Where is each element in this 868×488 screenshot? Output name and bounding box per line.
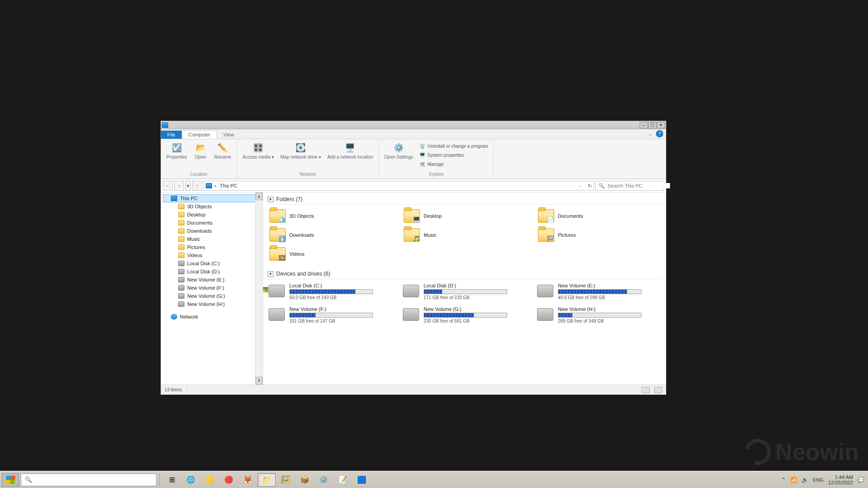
rename-button[interactable]: ✏️Rename	[212, 141, 233, 172]
drive-item[interactable]: New Volume (H:)289 GB free of 349 GB	[536, 305, 661, 324]
taskbar-app-firefox[interactable]: 🦊	[239, 473, 257, 487]
taskbar-app-notepad[interactable]: 📝	[334, 473, 352, 487]
tab-view[interactable]: View	[217, 131, 241, 139]
collapse-ribbon-icon[interactable]: ⌄	[648, 131, 652, 137]
details-view-button[interactable]	[642, 387, 650, 393]
search-box[interactable]: 🔍	[595, 181, 664, 191]
breadcrumb-dropdown-icon[interactable]: ⌄	[578, 183, 581, 188]
tree-item[interactable]: New Volume (E:)	[163, 276, 263, 284]
folder-item[interactable]: 🖼️Pictures	[536, 226, 661, 244]
system-properties-button[interactable]: 🖥️System properties	[417, 151, 490, 159]
properties-icon: ☑️	[171, 142, 183, 154]
tiles-view-button[interactable]	[654, 387, 662, 393]
ribbon-group-label: Location	[165, 172, 233, 178]
drive-item[interactable]: New Volume (F:)101 GB free of 147 GB	[268, 305, 393, 324]
folder-label: 3D Objects	[289, 213, 314, 219]
folder-item[interactable]: 📄Documents	[536, 207, 661, 225]
drive-item[interactable]: Local Disk (D:)171 GB free of 220 GB	[402, 282, 527, 301]
maximize-button[interactable]: ☐	[648, 122, 656, 128]
taskbar-app-opera[interactable]: 🔴	[220, 473, 238, 487]
sysprops-icon: 🖥️	[419, 152, 425, 158]
drive-item[interactable]: New Volume (E:)49.6 GB free of 299 GB	[536, 282, 661, 301]
address-bar[interactable]: ▸ This PC ⌄ ↻	[203, 181, 594, 191]
taskbar-app-explorer[interactable]: 📁	[258, 473, 276, 487]
forward-button[interactable]: →	[174, 181, 184, 191]
recent-locations-button[interactable]: ▾	[185, 181, 191, 191]
tree-item[interactable]: Documents	[163, 219, 263, 227]
taskbar-app-virtualbox[interactable]: 📦	[296, 473, 314, 487]
task-view-button[interactable]: ⊞	[163, 473, 181, 487]
folder-item[interactable]: ⬇️Downloads	[268, 226, 393, 244]
tree-item[interactable]: Videos	[163, 251, 263, 259]
tab-computer[interactable]: Computer	[182, 130, 217, 139]
collapse-folders-button[interactable]: ▾	[268, 197, 274, 202]
taskbar-app-edge[interactable]: 🌐	[182, 473, 200, 487]
titlebar[interactable]: ─ ☐ ✕	[161, 121, 666, 129]
collapse-drives-button[interactable]: ▾	[268, 271, 274, 277]
breadcrumb[interactable]: This PC	[220, 183, 237, 188]
rename-icon: ✏️	[217, 142, 228, 154]
drive-item[interactable]: New Volume (G:)230 GB free of 581 GB	[402, 305, 527, 324]
scroll-up-button[interactable]: ▲	[255, 192, 263, 200]
back-button[interactable]: ←	[163, 181, 173, 191]
open-settings-button[interactable]: ⚙️Open Settings	[382, 141, 415, 172]
taskbar-app-chrome[interactable]: 🟡	[201, 473, 219, 487]
ribbon-group-network: 🎛️Access media ▾ 💽Map network drive ▾ 🖥️…	[237, 139, 379, 178]
status-bar: 13 items |	[161, 385, 666, 394]
tree-item[interactable]: Downloads	[163, 227, 263, 235]
folder-item[interactable]: 🖥️Desktop	[402, 207, 527, 225]
drive-usage-bar	[424, 313, 507, 318]
access-media-button[interactable]: 🎛️Access media ▾	[241, 141, 276, 172]
content-area: ▾ Folders (7) 🧊3D Objects🖥️Desktop📄Docum…	[263, 192, 666, 385]
tree-item[interactable]: Local Disk (C:)	[163, 259, 263, 267]
folder-item[interactable]: 🎞️Videos	[268, 245, 393, 263]
tray-overflow-button[interactable]: ⌃	[781, 477, 786, 483]
search-input[interactable]	[608, 183, 670, 188]
add-location-button[interactable]: 🖥️Add a network location	[326, 141, 375, 172]
tree-item[interactable]: New Volume (F:)	[163, 284, 263, 292]
tree-this-pc[interactable]: This PC	[163, 194, 263, 202]
tree-item[interactable]: 3D Objects	[163, 202, 263, 211]
drive-free-text: 230 GB free of 581 GB	[424, 319, 526, 324]
drive-item[interactable]: Local Disk (C:)50.0 GB free of 243 GB	[268, 282, 393, 301]
wifi-icon[interactable]: 📶	[790, 477, 797, 483]
taskbar-app-settings[interactable]: ⚙️	[315, 473, 333, 487]
start-button[interactable]	[2, 473, 19, 487]
manage-button[interactable]: 🛠️Manage	[417, 160, 490, 168]
tab-file[interactable]: File	[161, 131, 182, 139]
folder-icon	[178, 204, 184, 209]
tree-item[interactable]: Local Disk (D:)	[163, 267, 263, 276]
folder-icon	[178, 253, 184, 258]
open-button[interactable]: 📂Open	[192, 141, 210, 172]
folder-item[interactable]: 🧊3D Objects	[268, 207, 393, 225]
taskbar-app-photos[interactable]: 🖼️	[277, 473, 295, 487]
taskbar-search[interactable]: 🔍	[21, 474, 156, 486]
item-count: 13 items	[165, 387, 182, 392]
folder-item[interactable]: 🎵Music	[402, 226, 527, 244]
clock[interactable]: 1:44 AM 12/25/2022	[828, 474, 853, 485]
tree-item[interactable]: Music	[163, 235, 263, 243]
sidebar-scrollbar[interactable]: ▲ ▼	[255, 192, 263, 385]
search-icon: 🔍	[599, 183, 605, 189]
tree-item[interactable]: Desktop	[163, 211, 263, 219]
tree-item[interactable]: New Volume (H:)	[163, 300, 263, 308]
tree-network[interactable]: Network	[163, 313, 263, 321]
volume-icon[interactable]: 🔊	[802, 477, 808, 483]
help-icon[interactable]: ?	[656, 130, 663, 137]
tree-item[interactable]: New Volume (G:)	[163, 292, 263, 300]
taskbar-app-generic[interactable]: 🟦	[353, 473, 371, 487]
up-button[interactable]: ↑	[192, 181, 202, 191]
drive-free-text: 101 GB free of 147 GB	[289, 319, 392, 324]
properties-button[interactable]: ☑️Properties	[165, 141, 189, 172]
language-indicator[interactable]: ENG	[813, 477, 824, 483]
drive-label: Local Disk (D:)	[424, 283, 526, 288]
scroll-down-button[interactable]: ▼	[255, 377, 263, 385]
notifications-icon[interactable]: 💬	[858, 477, 864, 483]
folder-icon	[178, 244, 184, 250]
close-button[interactable]: ✕	[657, 122, 665, 128]
uninstall-button[interactable]: 🗑️Uninstall or change a program	[417, 142, 490, 150]
refresh-button[interactable]: ↻	[588, 183, 592, 189]
tree-item[interactable]: Pictures	[163, 243, 263, 251]
map-drive-button[interactable]: 💽Map network drive ▾	[278, 141, 322, 172]
minimize-button[interactable]: ─	[640, 122, 648, 128]
